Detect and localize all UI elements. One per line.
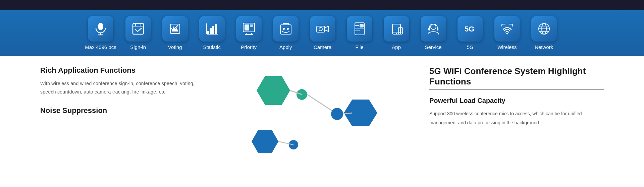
toolbar-item-priority[interactable]: Priority — [234, 16, 264, 50]
toolbar-label-network: Network — [535, 44, 553, 50]
powerful-load-title: Powerful Load Capacity — [429, 97, 604, 105]
toolbar-item-voting[interactable]: Voting — [160, 16, 190, 50]
toolbar-label-service: Service — [425, 44, 442, 50]
svg-rect-0 — [98, 23, 103, 30]
svg-rect-8 — [207, 31, 209, 34]
svg-line-46 — [307, 95, 335, 113]
toolbar-item-max4096[interactable]: Max 4096 pcs — [85, 16, 116, 50]
toolbar-item-signin[interactable]: Sign-in — [123, 16, 153, 50]
toolbar-item-apply[interactable]: Apply — [271, 16, 301, 50]
toolbar-icon-box-app — [384, 16, 409, 42]
network-icon — [537, 21, 551, 36]
right-main-title: 5G WiFi Conference System Highlight Func… — [429, 66, 604, 89]
svg-point-30 — [396, 33, 397, 34]
file-icon — [352, 21, 367, 36]
svg-rect-3 — [133, 23, 144, 34]
svg-rect-15 — [245, 24, 249, 30]
app-icon — [389, 21, 404, 36]
toolbar-item-service[interactable]: Service — [418, 16, 448, 50]
rich-functions-desc: With wireless and wired conference sign-… — [40, 79, 201, 96]
middle-graphic — [201, 66, 416, 157]
toolbar-item-wireless[interactable]: Wireless — [492, 16, 522, 50]
toolbar-label-wireless: Wireless — [497, 44, 517, 50]
5g-icon: 5G — [463, 21, 478, 36]
toolbar-label-camera: Camera — [314, 44, 331, 50]
voting-icon — [168, 21, 182, 36]
svg-point-47 — [331, 108, 343, 120]
toolbar-item-app[interactable]: App — [381, 16, 412, 50]
toolbar-label-max4096: Max 4096 pcs — [85, 44, 116, 50]
content-area: Rich Application Functions With wireless… — [0, 56, 644, 157]
toolbar-icon-box-network — [531, 16, 557, 42]
toolbar-label-signin: Sign-in — [130, 44, 146, 50]
svg-point-37 — [506, 33, 508, 35]
svg-marker-43 — [257, 76, 290, 105]
toolbar-label-apply: Apply — [279, 44, 292, 50]
svg-marker-50 — [252, 130, 278, 153]
svg-rect-9 — [210, 28, 212, 34]
toolbar-icon-box-wireless — [494, 16, 520, 42]
toolbar-icon-box-voting — [162, 16, 188, 42]
top-black-bar — [0, 0, 644, 10]
toolbar-icon-box-statistic — [199, 16, 225, 42]
toolbar-item-file[interactable]: File — [344, 16, 375, 50]
priority-icon — [241, 21, 256, 36]
svg-rect-35 — [437, 28, 438, 30]
toolbar-item-camera[interactable]: Camera — [308, 16, 338, 50]
toolbar-item-statistic[interactable]: Statistic — [197, 16, 227, 50]
toolbar-item-network[interactable]: Network — [529, 16, 559, 50]
service-icon — [426, 21, 441, 36]
toolbar-label-file: File — [356, 44, 364, 50]
toolbar-label-app: App — [392, 44, 401, 50]
toolbar-icon-box-service — [421, 16, 446, 42]
toolbar-label-5g: 5G — [467, 44, 474, 50]
graphic-svg — [238, 69, 379, 157]
rich-functions-title: Rich Application Functions — [40, 66, 201, 75]
svg-rect-27 — [360, 24, 364, 27]
left-section: Rich Application Functions With wireless… — [40, 66, 201, 157]
camera-icon — [315, 21, 330, 36]
svg-rect-23 — [317, 26, 325, 32]
svg-text:5G: 5G — [465, 25, 474, 33]
toolbar-icon-box-max4096 — [88, 16, 113, 42]
svg-rect-34 — [428, 28, 430, 30]
svg-point-33 — [431, 24, 436, 29]
toolbar-label-voting: Voting — [168, 44, 182, 50]
right-section: 5G WiFi Conference System Highlight Func… — [416, 66, 604, 157]
toolbar-icon-box-camera — [310, 16, 335, 42]
svg-rect-11 — [215, 24, 217, 34]
powerful-load-desc: Support 300 wireless conference mics to … — [429, 109, 604, 127]
toolbar-item-5g[interactable]: 5G 5G — [455, 16, 485, 50]
svg-rect-16 — [250, 24, 253, 27]
toolbar-icon-box-file — [347, 16, 372, 42]
toolbar-icon-box-5g: 5G — [458, 16, 483, 42]
toolbar-label-priority: Priority — [241, 44, 257, 50]
toolbar-icon-box-signin — [125, 16, 151, 42]
signin-icon — [131, 21, 146, 36]
apply-icon — [278, 21, 293, 36]
toolbar-label-statistic: Statistic — [203, 44, 221, 50]
toolbar-icon-box-apply — [273, 16, 299, 42]
wireless-icon — [500, 21, 515, 36]
svg-point-22 — [287, 28, 289, 30]
icon-toolbar: Max 4096 pcs Sign-in Voting — [0, 10, 644, 56]
statistic-icon — [205, 21, 219, 36]
svg-point-24 — [319, 27, 322, 31]
mic-icon — [93, 21, 108, 36]
svg-rect-10 — [212, 26, 214, 34]
noise-suppression-title: Noise Suppression — [40, 106, 201, 115]
svg-point-21 — [283, 28, 285, 30]
toolbar-icon-box-priority — [236, 16, 262, 42]
